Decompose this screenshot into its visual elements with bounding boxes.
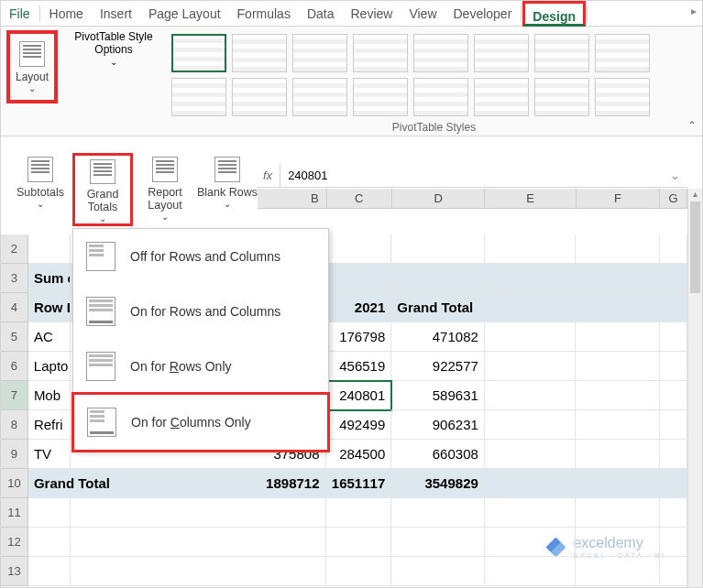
style-thumb[interactable] <box>595 78 650 116</box>
cell[interactable] <box>485 440 577 469</box>
cell[interactable] <box>391 528 485 557</box>
cell[interactable] <box>485 264 577 293</box>
cell[interactable]: Grand Total <box>28 469 143 498</box>
row-header[interactable]: 2 <box>1 234 28 264</box>
cell[interactable]: Grand Total <box>391 293 485 322</box>
cell[interactable] <box>485 469 577 498</box>
tab-file[interactable]: File <box>1 1 38 27</box>
gt-rows-only[interactable]: On for Rows Only <box>73 339 328 394</box>
cell[interactable]: Mob <box>28 381 71 410</box>
cell[interactable] <box>485 381 577 410</box>
tab-developer[interactable]: Developer <box>445 1 521 27</box>
cell[interactable]: 471082 <box>391 322 485 352</box>
row-header[interactable]: 8 <box>1 410 28 440</box>
cell[interactable]: 922577 <box>391 352 485 381</box>
vertical-scrollbar[interactable]: ▴ <box>687 189 702 587</box>
cell[interactable] <box>660 440 687 469</box>
cell[interactable]: 906231 <box>391 410 485 440</box>
tab-insert[interactable]: Insert <box>92 1 140 27</box>
row-header[interactable]: 7 <box>1 381 28 410</box>
formula-input[interactable]: 240801 <box>280 169 663 182</box>
cell[interactable] <box>485 528 577 557</box>
cell[interactable] <box>485 352 577 381</box>
tab-home[interactable]: Home <box>41 1 92 27</box>
style-thumb[interactable] <box>413 34 468 72</box>
style-thumb[interactable] <box>232 78 287 116</box>
cell[interactable]: Row L <box>28 293 71 322</box>
cell[interactable] <box>71 557 326 586</box>
cell[interactable] <box>485 322 577 352</box>
row-header[interactable]: 12 <box>1 528 28 557</box>
style-thumb[interactable] <box>413 78 468 116</box>
style-thumb[interactable] <box>534 78 589 116</box>
cell[interactable] <box>71 528 326 557</box>
style-thumb[interactable] <box>595 34 650 72</box>
cell[interactable]: 284500 <box>326 440 392 469</box>
grand-totals-button[interactable]: Grand Totals⌄ <box>72 153 133 226</box>
cell[interactable]: 660308 <box>391 440 485 469</box>
scroll-up-icon[interactable]: ▴ <box>688 189 702 199</box>
cell[interactable] <box>326 264 392 293</box>
cell[interactable] <box>576 498 660 528</box>
style-thumb[interactable] <box>474 34 529 72</box>
gt-on-both[interactable]: On for Rows and Columns <box>73 284 328 339</box>
tab-view[interactable]: View <box>401 1 445 27</box>
cell[interactable]: AC <box>28 322 71 352</box>
cell[interactable] <box>485 410 577 440</box>
style-thumb[interactable] <box>353 34 408 72</box>
cell[interactable] <box>28 234 71 264</box>
cell[interactable] <box>28 528 71 557</box>
style-thumb[interactable] <box>171 78 226 116</box>
style-thumb[interactable] <box>534 34 589 72</box>
active-cell[interactable]: 240801 <box>326 381 392 410</box>
row-header[interactable]: 3 <box>1 264 28 293</box>
cell[interactable] <box>660 264 687 293</box>
gt-off-both[interactable]: Off for Rows and Columns <box>73 229 328 284</box>
cell[interactable] <box>576 322 660 352</box>
cell[interactable] <box>326 498 392 528</box>
cell[interactable] <box>28 498 71 528</box>
row-header[interactable]: 5 <box>1 322 28 352</box>
cell[interactable]: TV <box>28 440 71 469</box>
cell[interactable] <box>660 322 687 352</box>
blank-rows-button[interactable]: Blank Rows⌄ <box>197 153 258 226</box>
cell[interactable] <box>576 381 660 410</box>
cell[interactable]: 1651117 <box>326 469 392 498</box>
cell[interactable] <box>576 469 660 498</box>
cell[interactable]: Lapto <box>28 352 71 381</box>
cell[interactable] <box>391 264 485 293</box>
cell[interactable]: Refri <box>28 410 71 440</box>
row-header[interactable]: 10 <box>1 469 28 498</box>
cell[interactable]: Sum o <box>28 264 71 293</box>
tab-review[interactable]: Review <box>343 1 401 27</box>
cell[interactable] <box>485 234 577 264</box>
collapse-ribbon[interactable]: ⌃ <box>687 119 697 132</box>
style-thumb[interactable] <box>353 78 408 116</box>
style-thumb[interactable] <box>474 78 529 116</box>
cell[interactable] <box>485 557 577 586</box>
style-thumb[interactable] <box>232 34 287 72</box>
fx-icon[interactable]: fx <box>256 164 280 187</box>
cell[interactable]: 456519 <box>326 352 392 381</box>
cell[interactable] <box>660 557 687 586</box>
cell[interactable] <box>391 234 485 264</box>
cell[interactable] <box>28 557 71 586</box>
cell[interactable] <box>576 293 660 322</box>
col-header-F[interactable]: F <box>577 189 660 209</box>
style-thumb[interactable] <box>292 34 347 72</box>
cell[interactable] <box>576 410 660 440</box>
tab-data[interactable]: Data <box>299 1 343 27</box>
cell[interactable] <box>660 469 687 498</box>
tab-formulas[interactable]: Formulas <box>229 1 299 27</box>
subtotals-button[interactable]: Subtotals⌄ <box>10 153 71 226</box>
cell[interactable] <box>485 293 577 322</box>
cell[interactable] <box>660 352 687 381</box>
formula-expand[interactable]: ⌄ <box>663 169 687 182</box>
style-thumb[interactable] <box>292 78 347 116</box>
row-header[interactable]: 4 <box>1 293 28 322</box>
tabs-overflow[interactable]: ▸ <box>691 5 697 17</box>
pivot-style-options[interactable]: PivotTable Style Options ⌄ <box>63 27 164 136</box>
cell[interactable]: 3549829 <box>391 469 485 498</box>
col-header-G[interactable]: G <box>660 189 687 209</box>
cell[interactable] <box>660 293 687 322</box>
